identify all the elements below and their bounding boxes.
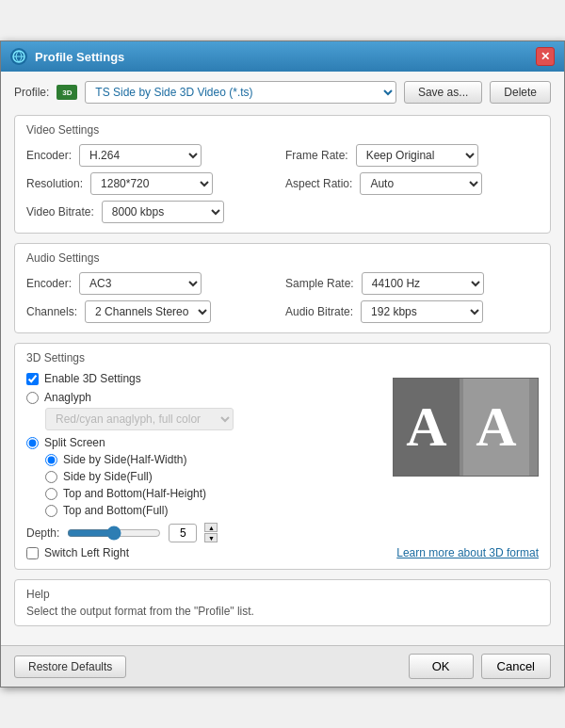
- profile-label: Profile:: [14, 86, 49, 99]
- profile-select[interactable]: TS Side by Side 3D Video (*.ts): [85, 81, 396, 104]
- help-text: Select the output format from the "Profi…: [26, 605, 539, 618]
- delete-button[interactable]: Delete: [490, 81, 551, 104]
- top-bottom-full-radio[interactable]: [45, 505, 57, 517]
- split-screen-label: Split Screen: [44, 436, 105, 449]
- preview-right-letter: A: [476, 395, 516, 460]
- 3d-settings-section: 3D Settings A A Enable 3D Settings: [14, 343, 551, 570]
- preview-left: A: [394, 379, 460, 476]
- resolution-label: Resolution:: [26, 177, 83, 190]
- top-bottom-half-radio[interactable]: [45, 488, 57, 500]
- video-settings-section: Video Settings Encoder: H.264 Frame Rate…: [14, 115, 551, 234]
- encoder-select[interactable]: H.264: [79, 144, 202, 167]
- side-by-full-label: Side by Side(Full): [63, 470, 153, 483]
- depth-label: Depth:: [26, 526, 59, 540]
- depth-value-input[interactable]: [169, 524, 197, 542]
- audio-bitrate-select[interactable]: 192 kbps: [361, 300, 483, 323]
- title-bar: Profile Settings ✕: [1, 41, 564, 72]
- profile-type-icon: 3D: [56, 85, 77, 100]
- footer: Restore Defaults OK Cancel: [1, 645, 564, 687]
- audio-encoder-label: Encoder:: [26, 277, 72, 290]
- switch-left-right-label: Switch Left Right: [44, 546, 129, 559]
- split-screen-radio[interactable]: [26, 437, 39, 449]
- switch-left-right-row: Switch Left Right: [26, 546, 129, 559]
- app-icon: [10, 48, 27, 65]
- aspect-ratio-select[interactable]: Auto: [360, 172, 482, 195]
- side-by-half-label: Side by Side(Half-Width): [63, 453, 186, 466]
- audio-settings-section: Audio Settings Encoder: AC3 Sample Rate:…: [14, 243, 551, 333]
- side-by-full-radio[interactable]: [45, 471, 57, 483]
- enable-3d-checkbox[interactable]: [26, 373, 39, 385]
- sample-rate-label: Sample Rate:: [285, 277, 354, 290]
- close-button[interactable]: ✕: [536, 47, 555, 66]
- help-title: Help: [26, 588, 539, 601]
- footer-right: OK Cancel: [409, 654, 551, 679]
- encoder-label: Encoder:: [26, 149, 72, 162]
- depth-spinner: ▲ ▼: [204, 523, 218, 542]
- frame-rate-label: Frame Rate:: [285, 149, 348, 162]
- anaglyph-type-select[interactable]: Red/cyan anaglyph, full color: [45, 408, 234, 430]
- side-by-half-radio[interactable]: [45, 454, 57, 466]
- video-bitrate-label: Video Bitrate:: [26, 205, 94, 218]
- preview-left-letter: A: [406, 395, 446, 460]
- learn-more-link[interactable]: Learn more about 3D format: [396, 546, 539, 559]
- anaglyph-radio[interactable]: [26, 392, 39, 404]
- profile-settings-window: Profile Settings ✕ Profile: 3D TS Side b…: [0, 40, 565, 688]
- depth-up-button[interactable]: ▲: [204, 523, 218, 532]
- top-bottom-half-label: Top and Bottom(Half-Height): [63, 487, 206, 500]
- channels-label: Channels:: [26, 305, 77, 318]
- channels-select[interactable]: 2 Channels Stereo: [85, 300, 211, 323]
- audio-encoder-select[interactable]: AC3: [79, 272, 202, 295]
- audio-bitrate-label: Audio Bitrate:: [285, 305, 353, 318]
- 3d-settings-title: 3D Settings: [26, 351, 539, 364]
- 3d-preview-box: A A: [393, 378, 539, 477]
- help-section: Help Select the output format from the "…: [14, 579, 551, 626]
- audio-settings-title: Audio Settings: [26, 251, 539, 265]
- anaglyph-label: Anaglyph: [44, 391, 91, 404]
- depth-row: Depth: ▲ ▼: [26, 523, 539, 542]
- ok-button[interactable]: OK: [409, 654, 474, 679]
- aspect-ratio-label: Aspect Ratio:: [285, 177, 352, 190]
- save-as-button[interactable]: Save as...: [404, 81, 482, 104]
- top-bottom-full-label: Top and Bottom(Full): [63, 504, 168, 517]
- top-bottom-half-row: Top and Bottom(Half-Height): [45, 487, 539, 500]
- restore-defaults-button[interactable]: Restore Defaults: [14, 655, 126, 678]
- preview-right: A: [463, 379, 529, 476]
- frame-rate-select[interactable]: Keep Original: [356, 144, 478, 167]
- video-settings-title: Video Settings: [26, 123, 539, 137]
- cancel-button[interactable]: Cancel: [481, 654, 551, 679]
- video-bitrate-select[interactable]: 8000 kbps: [102, 201, 224, 223]
- top-bottom-full-row: Top and Bottom(Full): [45, 504, 539, 517]
- sample-rate-select[interactable]: 44100 Hz: [362, 272, 484, 295]
- depth-slider[interactable]: [67, 526, 161, 541]
- profile-row: Profile: 3D TS Side by Side 3D Video (*.…: [14, 81, 551, 104]
- resolution-select[interactable]: 1280*720: [90, 172, 213, 195]
- enable-3d-label: Enable 3D Settings: [44, 372, 141, 385]
- depth-down-button[interactable]: ▼: [204, 533, 218, 542]
- switch-left-right-checkbox[interactable]: [26, 547, 39, 559]
- title-bar-text: Profile Settings: [35, 50, 528, 64]
